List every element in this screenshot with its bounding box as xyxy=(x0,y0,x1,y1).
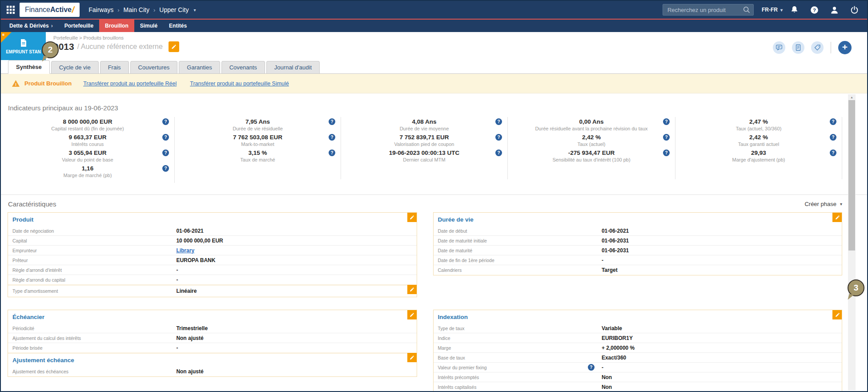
finance-active-logo[interactable]: FinanceActive/ xyxy=(20,3,80,17)
create-phase-button[interactable]: Créer phase▾ xyxy=(804,201,842,207)
help-icon[interactable]: ? xyxy=(810,5,819,15)
indicator-item: 19-06-2023 00:00:13 UTC?Dernier calcul M… xyxy=(341,149,507,163)
help-icon[interactable]: ? xyxy=(329,134,335,141)
help-icon[interactable]: ? xyxy=(495,150,502,156)
indicator-item: 9 663,37 EUR?Intérêts courus xyxy=(1,133,174,147)
table-row: IndiceEURIBOR1Y xyxy=(434,333,842,343)
edit-produit-button[interactable] xyxy=(407,213,417,222)
help-icon[interactable]: ? xyxy=(162,134,169,141)
nav-item-dette-derives[interactable]: Dette & Dérivés› xyxy=(4,20,59,32)
tab-frais[interactable]: Frais xyxy=(100,61,129,73)
svg-text:!: ! xyxy=(15,82,16,87)
help-icon[interactable]: ? xyxy=(162,118,169,125)
content-area: Indicateurs principaux au 19-06-2023 8 0… xyxy=(1,93,867,391)
module-nav: Dette & Dérivés› Portefeuille Brouillon … xyxy=(1,20,867,32)
search-input[interactable] xyxy=(663,4,754,16)
table-row: EmprunteurLibrary xyxy=(8,246,417,255)
table-row: Période brisée- xyxy=(8,343,417,353)
table-row: Règle d'arrondi du capital- xyxy=(8,275,417,285)
add-button[interactable]: + xyxy=(838,41,852,54)
indicator-column: 8 000 000,00 EUR?Capital restant dû (fin… xyxy=(1,117,175,183)
panel-produit: Produit Date de négociation01-06-2021 Ca… xyxy=(8,212,417,297)
help-icon[interactable]: ? xyxy=(830,150,836,156)
tab-garanties[interactable]: Garanties xyxy=(179,61,220,73)
vertical-scrollbar[interactable]: ▲ xyxy=(848,94,856,390)
help-icon[interactable]: ? xyxy=(663,118,670,125)
indicator-item: 29,93?Marge d'ajustement (pb) xyxy=(675,149,842,163)
nav-item-brouillon[interactable]: Brouillon xyxy=(99,20,134,32)
draft-ribbon-icon: ¤ xyxy=(2,32,4,37)
help-icon[interactable]: ? xyxy=(830,118,836,125)
search-icon[interactable] xyxy=(743,6,751,14)
indicator-item: 2,42 %?Taux garanti actuel xyxy=(675,133,842,147)
breadcrumb-item-fairways[interactable]: Fairways xyxy=(88,6,113,13)
indicators-title: Indicateurs principaux au 19-06-2023 xyxy=(8,104,867,112)
help-icon[interactable]: ? xyxy=(329,118,335,125)
help-icon[interactable]: ? xyxy=(162,165,169,172)
edit-ajustement-button[interactable] xyxy=(407,353,417,362)
product-tabs: Synthèse Cycle de vie Frais Couvertures … xyxy=(1,60,867,74)
pencil-icon xyxy=(409,355,414,360)
scrollbar-thumb[interactable] xyxy=(848,100,855,251)
comments-button[interactable] xyxy=(773,41,785,54)
nav-item-entites[interactable]: Entités xyxy=(163,20,193,32)
help-icon[interactable]: ? xyxy=(329,150,335,156)
table-row: Date de maturité initiale01-06-2031 xyxy=(434,236,842,246)
table-row: Base de tauxExact/360 xyxy=(434,353,842,363)
breadcrumb-item-main-city[interactable]: Main City xyxy=(124,6,149,13)
table-row: Valeur du premier fixing?- xyxy=(434,363,842,372)
table-row: Type d'amortissementLinéaire xyxy=(8,285,417,297)
pencil-icon xyxy=(409,215,414,220)
svg-text:?: ? xyxy=(813,7,816,12)
table-row: Date de début01-06-2021 xyxy=(434,226,842,236)
scrollbar-up-arrow[interactable]: ▲ xyxy=(848,96,856,99)
help-icon[interactable]: ? xyxy=(663,150,670,156)
table-row: Date de maturité01-06-2031 xyxy=(434,246,842,255)
transfer-simulated-link[interactable]: Transférer produit au portefeuille Simul… xyxy=(190,81,289,87)
tab-couvertures[interactable]: Couvertures xyxy=(130,61,178,73)
bell-icon[interactable] xyxy=(790,5,799,15)
tab-covenants[interactable]: Covenants xyxy=(221,61,265,73)
top-bar: FinanceActive/ Fairways › Main City › Up… xyxy=(1,1,867,19)
table-row: Ajustement du calcul des intérêtsNon aju… xyxy=(8,333,417,343)
actions-divider xyxy=(831,42,831,53)
user-icon[interactable] xyxy=(830,5,839,15)
notes-button[interactable] xyxy=(792,41,804,54)
edit-amortization-button[interactable] xyxy=(407,285,417,294)
help-icon[interactable]: ? xyxy=(830,134,836,141)
transfer-real-link[interactable]: Transférer produit au portefeuille Réel xyxy=(83,81,177,87)
locale-selector[interactable]: FR-FR ▾ xyxy=(762,7,783,13)
table-row: Règle d'arrondi d'intérêt- xyxy=(8,265,417,275)
chevron-down-icon[interactable]: ▾ xyxy=(193,8,196,12)
help-icon[interactable]: ? xyxy=(495,118,502,125)
nav-item-simule[interactable]: Simulé xyxy=(134,20,163,32)
borrower-link[interactable]: Library xyxy=(176,247,194,254)
indicator-item: 2,42 %?Taux (actuel) xyxy=(508,133,675,147)
product-type-tile[interactable]: EMPRUNT STAN ¤ xyxy=(1,32,46,60)
warning-icon: ! xyxy=(12,80,20,87)
product-actions: + xyxy=(773,41,852,54)
nav-item-portefeuille[interactable]: Portefeuille xyxy=(59,20,99,32)
help-icon[interactable]: ? xyxy=(588,364,595,371)
edit-echeancier-button[interactable] xyxy=(407,310,417,319)
table-row: Type de tauxVariable xyxy=(434,323,842,333)
help-icon[interactable]: ? xyxy=(663,134,670,141)
app-grid-icon[interactable] xyxy=(6,5,15,14)
power-icon[interactable] xyxy=(850,5,859,15)
chevron-down-icon: ▾ xyxy=(780,8,783,12)
breadcrumb-item-upper-city[interactable]: Upper City xyxy=(159,6,189,13)
logo-text-finance: Finance xyxy=(25,6,50,14)
tab-cycle-de-vie[interactable]: Cycle de vie xyxy=(51,61,99,73)
help-icon[interactable]: ? xyxy=(162,150,169,156)
edit-reference-button[interactable] xyxy=(169,41,179,52)
chevron-right-icon: › xyxy=(153,7,155,13)
product-type-label: EMPRUNT STAN xyxy=(6,49,41,54)
tab-journal-audit[interactable]: Journal d'audit xyxy=(266,61,320,73)
edit-duree-button[interactable] xyxy=(832,213,842,222)
help-icon[interactable]: ? xyxy=(495,134,502,141)
panel-duree-de-vie: Durée de vie Date de début01-06-2021 Dat… xyxy=(433,212,843,275)
comment-icon xyxy=(775,44,783,52)
edit-indexation-button[interactable] xyxy=(832,310,842,319)
tags-button[interactable] xyxy=(811,41,824,54)
tab-synthese[interactable]: Synthèse xyxy=(8,60,50,74)
